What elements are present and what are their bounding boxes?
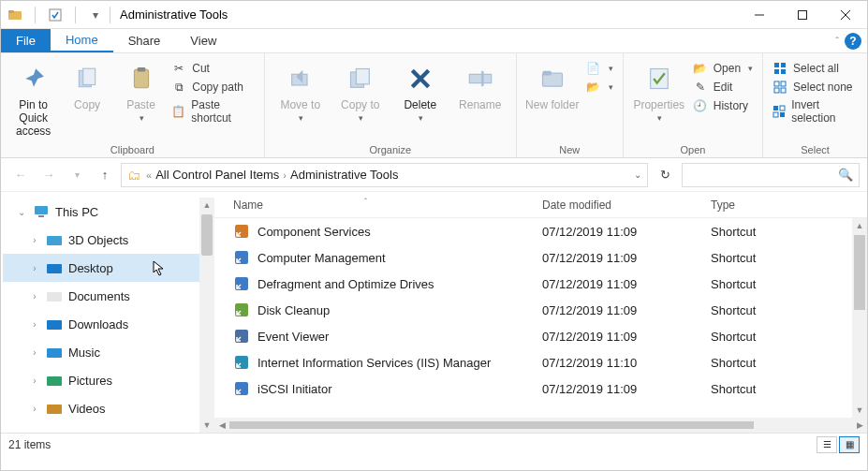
tree-item-music[interactable]: ›Music	[3, 338, 199, 366]
file-name: Component Services	[257, 225, 371, 239]
ribbon-group-new: New folder 📄▾ 📂▾ New	[517, 53, 624, 157]
scroll-left-icon[interactable]: ◀	[214, 420, 229, 430]
scroll-thumb[interactable]	[854, 235, 865, 310]
scroll-up-icon[interactable]: ▲	[852, 218, 867, 233]
open-button[interactable]: 📂Open▾	[693, 61, 753, 76]
chevron-right-icon[interactable]: ›	[29, 263, 40, 273]
list-item[interactable]: Event Viewer07/12/2019 11:09Shortcut	[214, 323, 852, 349]
scroll-thumb[interactable]	[229, 421, 754, 429]
chevron-right-icon[interactable]: ›	[29, 319, 40, 330]
tree-item-desktop[interactable]: ›Desktop	[3, 254, 199, 282]
column-date[interactable]: Date modified	[542, 199, 711, 212]
column-type[interactable]: Type	[711, 199, 867, 212]
copy-button[interactable]: Copy	[60, 57, 113, 111]
history-button[interactable]: 🕘History	[693, 98, 753, 113]
tree-item-label: Pictures	[68, 374, 112, 388]
tree-item-label: Music	[68, 346, 100, 360]
chevron-right-icon[interactable]: ›	[29, 347, 40, 358]
list-scrollbar-h[interactable]: ◀ ▶	[214, 418, 867, 433]
chevron-right-icon[interactable]: ›	[29, 235, 40, 245]
ribbon-collapse-icon[interactable]: ˆ	[835, 36, 839, 47]
tab-file[interactable]: File	[1, 29, 51, 52]
file-name: iSCSI Initiator	[257, 382, 331, 396]
svg-rect-25	[774, 81, 779, 86]
rename-label: Rename	[459, 98, 501, 111]
close-button[interactable]	[824, 1, 867, 29]
group-label-organize: Organize	[265, 144, 516, 157]
view-details-button[interactable]: ☰	[817, 436, 837, 453]
breadcrumb[interactable]: 🗂 « All Control Panel Items › Administra…	[121, 163, 648, 187]
scroll-right-icon[interactable]: ▶	[852, 420, 867, 430]
paste-shortcut-button[interactable]: 📋Paste shortcut	[171, 98, 255, 125]
column-name[interactable]: Nameˆ	[214, 199, 542, 212]
qat-properties-icon[interactable]	[47, 7, 64, 23]
select-none-icon	[772, 80, 787, 95]
breadcrumb-prefix: «	[146, 169, 152, 181]
move-to-button[interactable]: Move to▾	[271, 57, 331, 123]
easy-access-button[interactable]: 📂▾	[586, 80, 613, 95]
list-item[interactable]: Disk Cleanup07/12/2019 11:09Shortcut	[214, 297, 852, 323]
file-type: Shortcut	[711, 303, 852, 317]
rename-button[interactable]: Rename	[450, 57, 510, 111]
chevron-down-icon[interactable]: ⌄	[16, 207, 27, 217]
breadcrumb-chevron-icon[interactable]: ›	[283, 169, 287, 181]
file-date: 07/12/2019 11:10	[542, 356, 711, 370]
refresh-button[interactable]: ↻	[652, 163, 678, 187]
edit-button[interactable]: ✎Edit	[693, 80, 753, 95]
view-icons-button[interactable]: ▦	[839, 436, 860, 453]
qat-customize-icon[interactable]: ▾	[87, 7, 104, 23]
list-item[interactable]: Component Services07/12/2019 11:09Shortc…	[214, 218, 852, 244]
nav-forward-button[interactable]: →	[37, 163, 61, 187]
tree-root-this-pc[interactable]: ⌄This PC	[3, 198, 199, 226]
file-date: 07/12/2019 11:09	[542, 382, 711, 396]
paste-button[interactable]: Paste ▾	[114, 57, 168, 123]
delete-button[interactable]: Delete▾	[390, 57, 450, 123]
this-pc-icon	[33, 203, 50, 220]
invert-selection-button[interactable]: Invert selection	[772, 98, 858, 125]
file-type: Shortcut	[711, 382, 852, 396]
svg-rect-21	[774, 63, 779, 67]
tree-scrollbar[interactable]: ▲ ▼	[199, 198, 214, 433]
chevron-right-icon[interactable]: ›	[29, 375, 40, 386]
tab-share[interactable]: Share	[113, 29, 176, 52]
nav-up-button[interactable]: ↑	[93, 163, 117, 187]
chevron-right-icon[interactable]: ›	[29, 404, 40, 414]
search-input[interactable]: 🔍	[682, 163, 860, 187]
tree-item-pictures[interactable]: ›Pictures	[3, 366, 199, 394]
scroll-up-icon[interactable]: ▲	[199, 198, 214, 213]
move-to-label: Move to	[280, 98, 320, 111]
tree-item-3d-objects[interactable]: ›3D Objects	[3, 226, 199, 254]
select-none-button[interactable]: Select none	[772, 80, 858, 95]
properties-button[interactable]: Properties▾	[629, 57, 689, 123]
scroll-down-icon[interactable]: ▼	[852, 403, 867, 418]
new-folder-button[interactable]: New folder	[522, 57, 582, 111]
help-icon[interactable]: ?	[845, 33, 861, 50]
breadcrumb-current[interactable]: Administrative Tools	[290, 168, 398, 182]
tree-item-documents[interactable]: ›Documents	[3, 282, 199, 310]
chevron-right-icon[interactable]: ›	[29, 291, 40, 302]
copy-to-button[interactable]: Copy to▾	[331, 57, 390, 123]
tab-home[interactable]: Home	[51, 29, 113, 52]
nav-recent-dropdown[interactable]: ▾	[65, 163, 89, 187]
breadcrumb-dropdown-icon[interactable]: ⌄	[634, 169, 641, 180]
maximize-button[interactable]	[781, 1, 824, 29]
tab-view[interactable]: View	[175, 29, 231, 52]
scroll-down-icon[interactable]: ▼	[199, 418, 214, 433]
list-item[interactable]: iSCSI Initiator07/12/2019 11:09Shortcut	[214, 375, 852, 402]
minimize-button[interactable]	[738, 1, 781, 29]
list-item[interactable]: Defragment and Optimize Drives07/12/2019…	[214, 271, 852, 297]
list-item[interactable]: Internet Information Services (IIS) Mana…	[214, 349, 852, 375]
list-scrollbar-v[interactable]: ▲ ▼	[852, 218, 867, 418]
copy-path-button[interactable]: ⧉Copy path	[171, 80, 255, 95]
scroll-thumb[interactable]	[201, 214, 213, 256]
breadcrumb-parent[interactable]: All Control Panel Items	[155, 168, 279, 182]
select-none-label: Select none	[793, 81, 852, 94]
nav-back-button[interactable]: ←	[8, 163, 33, 187]
select-all-button[interactable]: Select all	[772, 61, 858, 76]
pin-quick-access-button[interactable]: Pin to Quick access	[7, 57, 60, 138]
new-item-button[interactable]: 📄▾	[586, 61, 613, 76]
tree-item-downloads[interactable]: ›Downloads	[3, 310, 199, 338]
cut-button[interactable]: ✂Cut	[171, 61, 255, 76]
tree-item-videos[interactable]: ›Videos	[3, 394, 199, 422]
list-item[interactable]: Computer Management07/12/2019 11:09Short…	[214, 244, 852, 271]
